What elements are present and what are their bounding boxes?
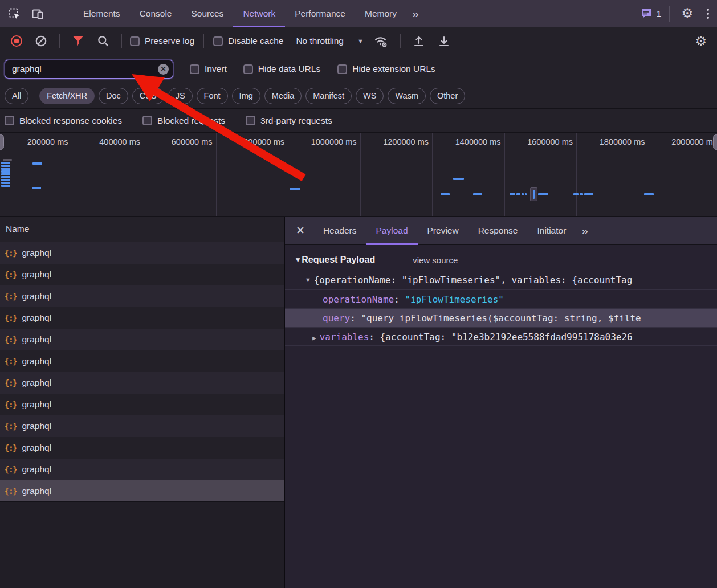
more-details-tabs-icon[interactable]: » bbox=[576, 224, 593, 238]
type-filter-font[interactable]: Font bbox=[197, 88, 228, 104]
throttling-dropdown[interactable]: No throttling ▼ bbox=[296, 36, 363, 46]
filter-toggle-button[interactable] bbox=[66, 35, 91, 47]
tab-elements[interactable]: Elements bbox=[74, 0, 130, 27]
table-row-request[interactable]: {:}graphql bbox=[0, 329, 284, 350]
payload-summary-row[interactable]: ▼ {operationName: "ipFlowTimeseries", va… bbox=[285, 270, 717, 289]
request-name: graphql bbox=[22, 443, 51, 453]
settings-gear-icon[interactable]: ⚙ bbox=[675, 6, 699, 21]
hide-data-urls-checkbox[interactable]: Hide data URLs bbox=[243, 64, 320, 74]
search-button[interactable] bbox=[91, 35, 116, 47]
request-name: graphql bbox=[22, 421, 51, 431]
table-row-request[interactable]: {:}graphql bbox=[0, 394, 284, 415]
invert-checkbox[interactable]: Invert bbox=[190, 64, 227, 74]
issues-counter[interactable]: 1 bbox=[640, 7, 662, 20]
hide-extension-urls-checkbox[interactable]: Hide extension URLs bbox=[337, 64, 435, 74]
export-har-button[interactable] bbox=[431, 35, 457, 47]
tab-initiator[interactable]: Initiator bbox=[527, 217, 576, 245]
request-bar bbox=[1, 170, 10, 173]
type-filter-manifest[interactable]: Manifest bbox=[305, 88, 352, 104]
record-network-log-button[interactable] bbox=[5, 35, 28, 47]
tab-console[interactable]: Console bbox=[130, 0, 182, 27]
disable-cache-checkbox[interactable]: Disable cache bbox=[213, 36, 283, 46]
details-tab-bar: ✕ HeadersPayloadPreviewResponseInitiator… bbox=[285, 217, 717, 245]
view-source-link[interactable]: view source bbox=[413, 255, 458, 265]
clear-icon bbox=[35, 35, 47, 47]
json-resource-icon: {:} bbox=[5, 378, 17, 387]
type-filter-other[interactable]: Other bbox=[430, 88, 465, 104]
type-filter-media[interactable]: Media bbox=[264, 88, 302, 104]
type-filter-all[interactable]: All bbox=[5, 88, 28, 104]
device-toolbar-icon bbox=[31, 7, 44, 21]
tab-headers[interactable]: Headers bbox=[313, 217, 366, 245]
json-resource-icon: {:} bbox=[5, 313, 17, 322]
type-filter-img[interactable]: Img bbox=[232, 88, 260, 104]
tab-network[interactable]: Network bbox=[233, 0, 285, 27]
table-row-request[interactable]: {:}graphql bbox=[0, 459, 284, 480]
tab-payload[interactable]: Payload bbox=[366, 217, 418, 245]
checkbox-box bbox=[213, 36, 223, 46]
network-conditions-button[interactable] bbox=[367, 34, 394, 48]
table-row-request[interactable]: {:}graphql bbox=[0, 307, 284, 329]
request-details-panel: ✕ HeadersPayloadPreviewResponseInitiator… bbox=[285, 217, 717, 588]
table-row-request[interactable]: {:}graphql bbox=[0, 415, 284, 437]
requests-list: {:}graphql{:}graphql{:}graphql{:}graphql… bbox=[0, 242, 284, 502]
checkbox-box bbox=[5, 116, 14, 125]
payload-property-operationname[interactable]: operationName: "ipFlowTimeseries" bbox=[285, 289, 717, 308]
request-payload-section[interactable]: ▼ Request Payload view source bbox=[285, 250, 717, 270]
clear-network-log-button[interactable] bbox=[28, 35, 54, 47]
filter-input[interactable] bbox=[11, 63, 158, 75]
type-filter-wasm[interactable]: Wasm bbox=[388, 88, 426, 104]
network-settings-gear-icon[interactable]: ⚙ bbox=[689, 34, 712, 49]
search-icon bbox=[97, 35, 109, 47]
clear-filter-icon[interactable]: ✕ bbox=[158, 64, 169, 75]
preserve-log-checkbox[interactable]: Preserve log bbox=[130, 36, 194, 46]
tab-preview[interactable]: Preview bbox=[418, 217, 469, 245]
device-toolbar-button[interactable] bbox=[26, 7, 49, 21]
json-resource-icon: {:} bbox=[5, 400, 17, 409]
type-filter-js[interactable]: JS bbox=[168, 88, 193, 104]
toolbar-divider bbox=[55, 6, 55, 22]
table-row-request[interactable]: {:}graphql bbox=[0, 242, 284, 264]
name-column-header[interactable]: Name bbox=[0, 217, 284, 242]
overview-grip-right[interactable] bbox=[713, 134, 717, 150]
tab-sources[interactable]: Sources bbox=[182, 0, 234, 27]
type-filter-fetch-xhr[interactable]: Fetch/XHR bbox=[39, 88, 95, 104]
json-resource-icon: {:} bbox=[5, 357, 17, 366]
type-filter-css[interactable]: CSS bbox=[132, 88, 164, 104]
network-main-area: Name {:}graphql{:}graphql{:}graphql{:}gr… bbox=[0, 217, 717, 588]
request-name: graphql bbox=[22, 356, 51, 366]
timeline-tick-label: 1200000 ms bbox=[383, 137, 429, 146]
blocked-response-cookies-checkbox[interactable]: Blocked response cookies bbox=[5, 116, 122, 126]
request-name: graphql bbox=[22, 464, 51, 475]
import-har-button[interactable] bbox=[406, 35, 431, 47]
network-overview-timeline[interactable]: 200000 ms400000 ms600000 ms800000 ms1000… bbox=[0, 133, 717, 217]
json-resource-icon: {:} bbox=[5, 335, 17, 344]
timeline-column: 800000 ms bbox=[217, 133, 289, 216]
close-details-icon[interactable]: ✕ bbox=[285, 224, 313, 237]
timeline-column: 1800000 ms bbox=[577, 133, 649, 216]
table-row-request[interactable]: {:}graphql bbox=[0, 372, 284, 394]
3rd-party-requests-checkbox[interactable]: 3rd-party requests bbox=[246, 116, 332, 126]
table-row-request[interactable]: {:}graphql bbox=[0, 285, 284, 307]
kebab-menu-icon[interactable] bbox=[699, 9, 717, 19]
tab-memory[interactable]: Memory bbox=[355, 0, 406, 27]
blocked-requests-checkbox[interactable]: Blocked requests bbox=[142, 116, 225, 126]
request-bar bbox=[573, 193, 579, 195]
table-row-request[interactable]: {:}graphql bbox=[0, 350, 284, 372]
payload-property-query[interactable]: query: "query ipFlowTimeseries($accountT… bbox=[285, 308, 717, 327]
table-row-request[interactable]: {:}graphql bbox=[0, 264, 284, 285]
timeline-tick-label: 2000000 ms bbox=[671, 137, 717, 146]
network-toolbar: Preserve log Disable cache No throttling… bbox=[0, 27, 717, 55]
tab-performance[interactable]: Performance bbox=[285, 0, 355, 27]
more-panels-icon[interactable]: » bbox=[406, 7, 423, 21]
request-bar bbox=[516, 193, 520, 195]
payload-property-variables[interactable]: ▶variables: {accountTag: "b12e3b2192ee55… bbox=[285, 327, 717, 346]
type-filter-ws[interactable]: WS bbox=[356, 88, 384, 104]
table-row-request[interactable]: {:}graphql bbox=[0, 437, 284, 459]
table-row-request[interactable]: {:}graphql bbox=[0, 480, 284, 502]
overview-grip-left[interactable] bbox=[0, 134, 4, 150]
property-colon: : bbox=[369, 332, 380, 342]
tab-response[interactable]: Response bbox=[469, 217, 528, 245]
type-filter-doc[interactable]: Doc bbox=[99, 88, 128, 104]
inspect-element-button[interactable] bbox=[0, 7, 26, 21]
